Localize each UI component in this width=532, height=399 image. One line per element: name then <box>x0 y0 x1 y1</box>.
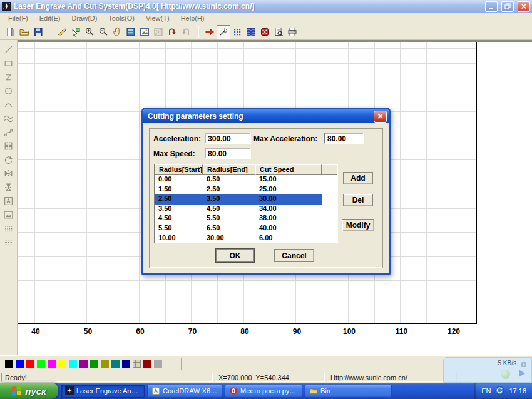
column-header-0[interactable]: Radius[Start] <box>155 164 203 175</box>
simulate-dice-button[interactable] <box>258 25 272 39</box>
rectangle-tool-button[interactable] <box>3 57 15 69</box>
minimize-button[interactable] <box>485 1 498 12</box>
palette-swatch-2[interactable] <box>26 360 34 368</box>
frame-disabled-button[interactable] <box>151 25 165 39</box>
pick-line-button[interactable] <box>217 25 230 39</box>
arc-tool-icon <box>3 99 14 110</box>
palette-swatch-3[interactable] <box>37 360 45 368</box>
menu-file[interactable]: File(F) <box>3 14 34 22</box>
display-panel-button[interactable] <box>124 25 138 39</box>
palette-swatch-none[interactable] <box>165 360 173 368</box>
palette-swatch-14[interactable] <box>154 360 162 368</box>
dot-grid-button[interactable] <box>230 25 244 39</box>
image-frame-button[interactable] <box>138 25 151 39</box>
close-button[interactable] <box>518 1 530 12</box>
taskbar-item-4[interactable]: Bin <box>305 385 392 398</box>
new-document-button[interactable] <box>4 25 18 39</box>
rectangle-tool-icon <box>3 58 14 69</box>
pan-hand-button[interactable] <box>110 25 124 39</box>
table-row[interactable]: 4.505.5038.00 <box>155 214 322 224</box>
save-floppy-button[interactable] <box>31 25 45 39</box>
modify-button[interactable]: Modify <box>342 219 374 231</box>
zoom-out-button[interactable] <box>96 25 110 39</box>
table-cell: 10.00 <box>155 234 203 243</box>
column-header-1[interactable]: Radius[End] <box>203 164 255 175</box>
taskbar-item-3[interactable]: Место роста рук у д... <box>225 385 302 398</box>
palette-swatch-5[interactable] <box>58 360 66 368</box>
palette-swatch-8[interactable] <box>90 360 98 368</box>
table-row[interactable]: 3.504.5034.00 <box>155 205 322 215</box>
window-title: Laser Engrave And Cut System(DSP)4.0[ Ht… <box>14 2 481 11</box>
clock[interactable]: 17:18 <box>509 387 526 395</box>
table-cell: 38.00 <box>255 214 322 224</box>
menu-edit[interactable]: Edit(E) <box>34 14 66 22</box>
arc-tool-button[interactable] <box>3 98 15 111</box>
wave-tool-button[interactable] <box>3 112 15 124</box>
cancel-button[interactable]: Cancel <box>274 249 314 262</box>
ok-button[interactable]: OK <box>216 249 254 262</box>
redo-arrow-disabled-button[interactable] <box>179 25 193 39</box>
palette-swatch-hatch[interactable] <box>133 360 141 368</box>
palette-swatch-4[interactable] <box>48 360 56 368</box>
status-ready: Ready! <box>1 373 213 382</box>
open-folder-button[interactable] <box>18 25 31 39</box>
palette-swatch-9[interactable] <box>101 360 109 368</box>
del-button[interactable]: Del <box>343 194 373 206</box>
printer-icon <box>287 27 297 37</box>
ellipse-tool-button[interactable] <box>3 84 15 97</box>
polyline-tool-button[interactable] <box>3 71 15 83</box>
table-row[interactable]: 2.503.5030.00 <box>155 194 322 205</box>
select-pick-button[interactable] <box>69 25 83 39</box>
zoom-in-button[interactable] <box>83 25 96 39</box>
menu-help[interactable]: Help(H) <box>175 14 210 22</box>
table-row[interactable]: 0.000.5015.00 <box>155 175 322 185</box>
palette-swatch-6[interactable] <box>69 360 77 368</box>
dot-grid-icon <box>232 27 242 37</box>
dialog-titlebar[interactable]: Cutting parameters setting ✕ <box>143 109 389 123</box>
palette-swatch-11[interactable] <box>122 360 130 368</box>
column-header-2[interactable]: Cut Speed <box>255 164 322 175</box>
mirror-vertical-tool-button[interactable] <box>3 181 15 193</box>
cut-speed-table[interactable]: Radius[Start]Radius[End]Cut Speed0.000.5… <box>154 164 338 243</box>
menu-view[interactable]: View(T) <box>140 14 175 22</box>
text-tool-button[interactable] <box>3 194 15 207</box>
image-tool-button[interactable] <box>3 208 15 221</box>
engrave-texture-button[interactable] <box>244 25 258 39</box>
rotate-tool-button[interactable] <box>3 153 15 166</box>
language-indicator[interactable]: EN <box>481 387 491 395</box>
knife-tool-button[interactable] <box>55 25 69 39</box>
menu-draw[interactable]: Draw(D) <box>66 14 103 22</box>
restore-button[interactable] <box>501 1 514 12</box>
array-tool-button[interactable] <box>3 139 15 152</box>
palette-swatch-10[interactable] <box>111 360 120 368</box>
image-tool-icon <box>3 210 14 220</box>
taskbar-item-2[interactable]: CorelDRAW X6 - [D:\l... <box>147 385 222 398</box>
line-tool-button[interactable] <box>3 43 15 56</box>
printer-button[interactable] <box>285 25 299 39</box>
table-row[interactable]: 10.0030.006.00 <box>155 234 322 243</box>
language-bar-icon[interactable] <box>495 386 504 396</box>
output-arrow-button[interactable] <box>203 25 217 39</box>
palette-swatch-0[interactable] <box>5 360 13 368</box>
dialog-close-icon[interactable]: ✕ <box>374 111 387 123</box>
max-speed-field[interactable]: 80.00 <box>205 148 251 159</box>
taskbar-item-1[interactable]: Laser Engrave And C... <box>61 385 145 398</box>
taskbar-item-label: Место роста рук у д... <box>240 387 298 395</box>
add-button[interactable]: Add <box>343 172 373 184</box>
menu-tools[interactable]: Tools(O) <box>103 14 140 22</box>
mirror-horizontal-tool-button[interactable] <box>3 167 15 179</box>
hatch-lines-tool-button[interactable] <box>3 236 15 248</box>
node-edit-tool-button[interactable] <box>3 126 15 138</box>
palette-swatch-7[interactable] <box>79 360 88 368</box>
palette-swatch-13[interactable] <box>143 360 151 368</box>
acceleration-field[interactable]: 300.00 <box>205 133 251 144</box>
hatch-dots-tool-button[interactable] <box>3 222 15 235</box>
palette-swatch-1[interactable] <box>16 360 24 368</box>
table-row[interactable]: 5.506.5040.00 <box>155 224 322 234</box>
start-button[interactable]: пуск <box>0 383 58 399</box>
print-preview-button[interactable] <box>272 25 285 39</box>
max-acceleration-field[interactable]: 80.00 <box>324 133 364 144</box>
undo-arrow-button[interactable] <box>165 25 179 39</box>
table-cell: 25.00 <box>255 185 322 195</box>
table-row[interactable]: 1.502.5025.00 <box>155 185 322 195</box>
